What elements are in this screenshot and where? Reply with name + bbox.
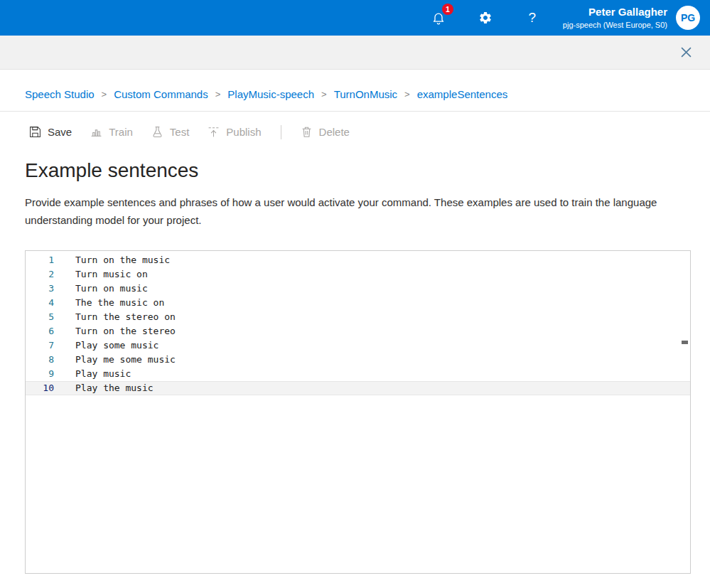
editor-line-1[interactable]: 1Turn on the music bbox=[26, 253, 690, 267]
train-button[interactable]: Train bbox=[81, 120, 142, 144]
line-number: 7 bbox=[26, 338, 54, 353]
avatar-initials: PG bbox=[681, 12, 695, 23]
line-number: 4 bbox=[26, 296, 54, 310]
close-button[interactable] bbox=[677, 44, 694, 61]
breadcrumb-item-1[interactable]: Custom Commands bbox=[114, 88, 208, 100]
train-label: Train bbox=[109, 126, 133, 138]
line-number: 8 bbox=[26, 353, 54, 367]
breadcrumb-separator: > bbox=[102, 89, 107, 100]
save-icon bbox=[29, 126, 41, 138]
line-text: Turn music on bbox=[54, 267, 148, 282]
line-number: 9 bbox=[26, 367, 54, 381]
editor-line-4[interactable]: 4The the music on bbox=[26, 296, 690, 310]
breadcrumb-item-0[interactable]: Speech Studio bbox=[25, 88, 95, 100]
notifications-button[interactable]: 1 bbox=[429, 9, 448, 27]
notification-badge: 1 bbox=[442, 4, 453, 15]
user-resource: pjg-speech (West Europe, S0) bbox=[563, 21, 667, 31]
page-title: Example sentences bbox=[25, 159, 691, 182]
line-text: The the music on bbox=[54, 296, 164, 310]
line-number: 6 bbox=[26, 324, 54, 338]
trash-icon bbox=[301, 126, 313, 138]
test-button[interactable]: Test bbox=[142, 120, 199, 144]
line-number: 2 bbox=[26, 267, 54, 282]
sub-bar bbox=[0, 36, 710, 70]
editor-line-7[interactable]: 7Play some music bbox=[26, 338, 690, 353]
line-number: 10 bbox=[26, 381, 54, 395]
breadcrumb-item-2[interactable]: PlayMusic-speech bbox=[227, 88, 314, 100]
publish-button[interactable]: Publish bbox=[198, 120, 270, 144]
help-icon: ? bbox=[529, 10, 537, 26]
gear-icon bbox=[478, 11, 493, 25]
top-bar: 1 ? Peter Gallagher pjg-speech (West Eur… bbox=[0, 0, 710, 36]
breadcrumb-item-3[interactable]: TurnOnMusic bbox=[334, 88, 397, 100]
editor-line-8[interactable]: 8Play me some music bbox=[26, 353, 690, 367]
publish-label: Publish bbox=[226, 126, 261, 138]
test-label: Test bbox=[170, 126, 190, 138]
line-text: Turn on the stereo bbox=[54, 324, 176, 338]
toolbar-divider bbox=[281, 125, 281, 139]
breadcrumb-item-4[interactable]: exampleSentences bbox=[417, 88, 508, 100]
breadcrumb-separator: > bbox=[215, 89, 221, 100]
line-text: Turn on music bbox=[54, 282, 148, 296]
save-label: Save bbox=[48, 126, 72, 138]
line-text: Turn on the music bbox=[54, 253, 170, 267]
line-text: Play some music bbox=[54, 338, 158, 353]
editor-line-5[interactable]: 5Turn the stereo on bbox=[26, 310, 690, 324]
delete-button[interactable]: Delete bbox=[291, 120, 359, 144]
editor-line-2[interactable]: 2Turn music on bbox=[26, 267, 690, 282]
line-text: Play me some music bbox=[54, 353, 176, 367]
flask-icon bbox=[151, 126, 163, 138]
scrollbar-marker-icon bbox=[682, 341, 688, 344]
breadcrumb-separator: > bbox=[321, 89, 327, 100]
editor-scrollbar[interactable] bbox=[680, 251, 690, 573]
close-icon bbox=[681, 47, 692, 58]
save-button[interactable]: Save bbox=[20, 120, 81, 144]
account-info: Peter Gallagher pjg-speech (West Europe,… bbox=[563, 6, 667, 31]
command-bar: Save Train Test bbox=[0, 112, 710, 144]
editor-line-9[interactable]: 9Play music bbox=[26, 367, 690, 381]
line-text: Turn the stereo on bbox=[54, 310, 176, 324]
line-number: 5 bbox=[26, 310, 54, 324]
help-button[interactable]: ? bbox=[523, 9, 542, 27]
line-number: 3 bbox=[26, 282, 54, 296]
editor-line-3[interactable]: 3Turn on music bbox=[26, 282, 690, 296]
user-name: Peter Gallagher bbox=[563, 6, 667, 19]
page-description: Provide example sentences and phrases of… bbox=[25, 193, 691, 229]
line-text: Play the music bbox=[54, 381, 154, 395]
avatar[interactable]: PG bbox=[676, 6, 700, 30]
line-number: 1 bbox=[26, 253, 54, 267]
delete-label: Delete bbox=[319, 126, 350, 138]
breadcrumb: Speech Studio>Custom Commands>PlayMusic-… bbox=[0, 70, 710, 111]
breadcrumb-separator: > bbox=[404, 89, 410, 100]
sentence-editor[interactable]: 1Turn on the music2Turn music on3Turn on… bbox=[25, 250, 691, 574]
account-menu[interactable]: Peter Gallagher pjg-speech (West Europe,… bbox=[563, 6, 700, 31]
publish-icon bbox=[208, 126, 220, 138]
editor-line-6[interactable]: 6Turn on the stereo bbox=[26, 324, 690, 338]
settings-button[interactable] bbox=[476, 9, 495, 27]
editor-line-10[interactable]: 10Play the music bbox=[26, 381, 690, 395]
editor-lines: 1Turn on the music2Turn music on3Turn on… bbox=[26, 251, 690, 395]
line-text: Play music bbox=[54, 367, 131, 381]
train-icon bbox=[90, 126, 102, 138]
